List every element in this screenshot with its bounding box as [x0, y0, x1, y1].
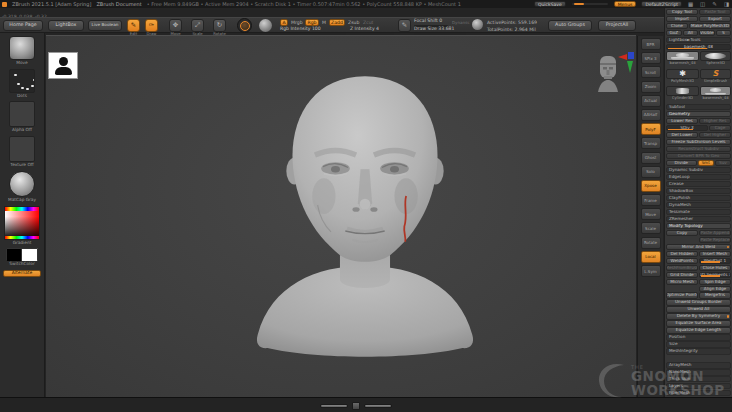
right-shelf-button[interactable]: Zoom	[641, 81, 661, 93]
right-shelf-button[interactable]: Xpose	[641, 180, 661, 192]
auto-groups-button[interactable]: Auto Groups	[548, 20, 592, 31]
dynamic-toggle[interactable]: Dynamic	[452, 20, 470, 25]
layers-header[interactable]: Layers	[666, 383, 731, 389]
quicksave-button[interactable]: QuickSave	[534, 1, 566, 7]
left-shelf-thumbnail[interactable]	[5, 248, 39, 261]
make-polymesh3d-button[interactable]: Make PolyMesh3D	[689, 23, 731, 29]
suv-button[interactable]: Suv	[715, 160, 731, 166]
meshintegrity-header[interactable]: MeshIntegrity	[666, 348, 731, 354]
size-header[interactable]: Size	[666, 341, 731, 347]
menus-button[interactable]: Menus	[614, 1, 637, 7]
micro-mesh-button[interactable]: Micro Mesh	[666, 279, 698, 285]
right-shelf-button[interactable]: Ghost	[641, 152, 661, 164]
mergetris-button[interactable]: MergeTris	[699, 292, 731, 298]
ui-panel-icon[interactable]: ◨	[723, 1, 730, 8]
tool-thumbnail-image[interactable]: ✱	[666, 69, 699, 79]
optimize-points-button[interactable]: Optimize Points	[666, 292, 698, 298]
cage-button[interactable]: Cage	[709, 125, 731, 131]
current-tool-name-slider[interactable]: basemesh_48	[666, 44, 731, 50]
current-brush-icon[interactable]	[237, 18, 252, 33]
shadowbox-header[interactable]: ShadowBox	[666, 188, 731, 194]
draw-size-slider[interactable]: Draw Size 33.681	[414, 26, 466, 35]
modify-topology-header[interactable]: Modify Topology	[666, 223, 731, 229]
left-shelf-item[interactable]: Texture Off	[0, 136, 44, 168]
claypolish-header[interactable]: ClayPolish	[666, 195, 731, 201]
dynamesh-header[interactable]: DynaMesh	[666, 202, 731, 208]
insert-mesh-button[interactable]: Insert Mesh	[699, 251, 731, 257]
edgeloop-header[interactable]: EdgeLoop	[666, 174, 731, 180]
left-shelf-thumbnail[interactable]	[9, 171, 35, 197]
tool-thumbnail[interactable]: ✱ PolyMesh3D	[666, 69, 699, 86]
axis-gizmo[interactable]	[620, 52, 636, 80]
tool-thumbnail-image[interactable]: S	[700, 69, 731, 79]
zremesher-header[interactable]: ZRemesher	[666, 216, 731, 222]
gd-segments-3-button[interactable]: GD Segments 3	[699, 272, 731, 278]
spin-edge-button[interactable]: Spin Edge	[699, 279, 731, 285]
zadd-button[interactable]: Zadd	[329, 19, 345, 26]
right-shelf-button[interactable]: L.Sym	[641, 265, 661, 277]
live-boolean-button[interactable]: Live Boolean	[88, 20, 122, 31]
tool-thumbnail-image[interactable]	[700, 51, 731, 61]
ui-grid-icon[interactable]: ▦	[687, 1, 694, 8]
unweld-groups-border-button[interactable]: Unweld Groups Border	[666, 299, 731, 305]
s-button[interactable]: S	[716, 30, 732, 36]
menu-item[interactable]	[153, 8, 159, 14]
smt-button[interactable]: Smt	[698, 160, 714, 166]
anchor-button[interactable]: A	[280, 19, 288, 26]
crease-header[interactable]: Crease	[666, 181, 731, 187]
lower-res-button[interactable]: Lower Res	[666, 118, 698, 124]
paste-replace-button[interactable]: Paste Replace	[699, 237, 731, 243]
subtool-header[interactable]: Subtool	[666, 104, 731, 110]
canvas-scroll-slider-right[interactable]	[364, 404, 392, 408]
right-shelf-button[interactable]: Local	[641, 251, 661, 263]
arraymesh-header[interactable]: ArrayMesh	[666, 362, 731, 368]
right-shelf-button[interactable]: Transp	[641, 137, 661, 149]
tool-thumbnail-image[interactable]	[700, 86, 731, 96]
lightbox-tools-header[interactable]: Lightbox►Tools	[666, 37, 731, 43]
visible-button[interactable]: Visible	[699, 30, 715, 36]
equalize-surface-area-button[interactable]: Equalize Surface Area	[666, 320, 731, 326]
left-shelf-thumbnail[interactable]	[9, 136, 35, 162]
left-shelf-thumbnail[interactable]	[4, 206, 40, 240]
left-shelf-item[interactable]: Alternate	[0, 270, 44, 277]
copy-button[interactable]: Copy	[666, 230, 698, 236]
nanomesh-header[interactable]: NanoMesh	[666, 369, 731, 375]
sculpt-canvas[interactable]	[46, 35, 636, 397]
thick-skin-header[interactable]: Thick Skin	[666, 376, 731, 382]
tool-thumbnail[interactable]: Sphere3D	[700, 51, 731, 68]
freeze-subdivision-levels-button[interactable]: Freeze SubDivision Levels	[666, 139, 731, 145]
tutorial-slider[interactable]	[571, 2, 609, 6]
left-shelf-item[interactable]: Alpha Off	[0, 101, 44, 133]
goz-button[interactable]: GoZ	[666, 30, 682, 36]
equalize-edge-length-button[interactable]: Equalize Edge Length	[666, 327, 731, 333]
tool-thumbnail[interactable]: basemesh_48	[666, 51, 699, 68]
default-zscript-button[interactable]: DefaultZScript	[641, 1, 682, 7]
all-button[interactable]: All	[683, 30, 699, 36]
lightbox-button[interactable]: LightBox	[48, 20, 84, 31]
fibermesh-header[interactable]: FiberMesh	[666, 390, 731, 396]
weldpoints-button[interactable]: WeldPoints	[666, 258, 698, 264]
divide-button[interactable]: Divide	[666, 160, 697, 166]
align-edge-button[interactable]: Align Edge	[699, 286, 731, 292]
close-holes-button[interactable]: Close Holes	[699, 265, 731, 271]
left-shelf-item[interactable]: MatCap Gray	[0, 171, 44, 203]
mirror-and-weld-button[interactable]: Mirror And Weld	[666, 244, 731, 250]
current-stroke-icon[interactable]	[259, 19, 272, 32]
right-shelf-button[interactable]: Scale	[641, 222, 661, 234]
mrgb-label[interactable]: Mrgb	[291, 20, 303, 25]
right-shelf-button[interactable]: SPix 3	[641, 52, 661, 64]
delete-by-symmetry-button[interactable]: Delete By Symmetry	[666, 313, 731, 319]
tool-thumbnail[interactable]: S SimpleBrush	[700, 69, 731, 86]
position-header[interactable]: Position	[666, 334, 731, 340]
welddist-1-button[interactable]: WeldDist 1	[699, 258, 731, 264]
focal-pen-icon[interactable]: ✎	[398, 19, 411, 32]
home-page-button[interactable]: Home Page	[3, 20, 43, 31]
right-shelf-button[interactable]: Scroll	[641, 66, 661, 78]
right-shelf-button[interactable]: Rotate	[641, 237, 661, 249]
zsub-label[interactable]: Zsub	[348, 20, 359, 25]
del-higher-button[interactable]: Del Higher	[699, 132, 731, 138]
left-shelf-thumbnail[interactable]	[9, 36, 35, 60]
right-shelf-button[interactable]: AAHalf	[641, 109, 661, 121]
ui-layout-icon[interactable]: ◫	[699, 1, 706, 8]
tessimate-header[interactable]: Tessimate	[666, 209, 731, 215]
